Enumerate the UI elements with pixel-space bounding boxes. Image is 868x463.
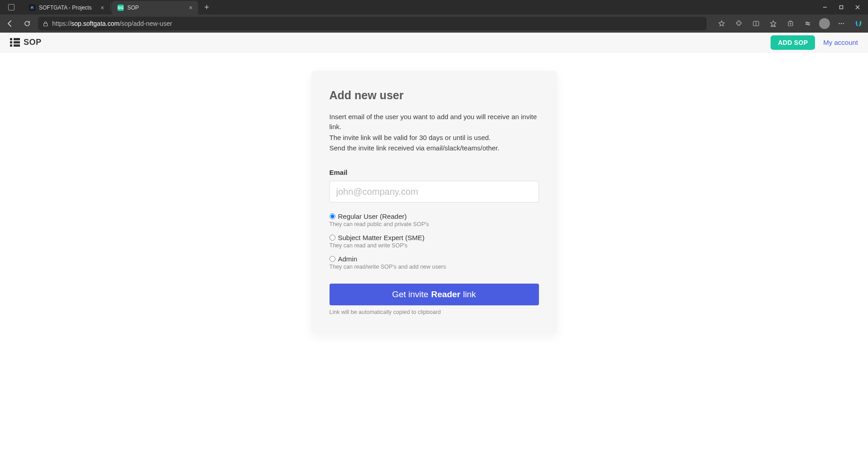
brand-text: SOP — [24, 38, 42, 47]
role-label[interactable]: Admin — [330, 255, 539, 263]
card-title: Add new user — [330, 89, 539, 102]
my-account-link[interactable]: My account — [823, 39, 858, 46]
tab-title: SOFTGATA - Projects — [39, 5, 97, 11]
role-label[interactable]: Subject Matter Expert (SME) — [330, 234, 539, 241]
copilot-icon[interactable] — [853, 18, 864, 29]
role-option: Subject Matter Expert (SME)They can read… — [330, 234, 539, 249]
svg-point-13 — [808, 24, 809, 25]
collections-icon[interactable] — [785, 18, 796, 29]
extension-icon[interactable] — [733, 18, 745, 29]
list-icon — [10, 38, 19, 47]
role-label[interactable]: Regular User (Reader) — [330, 212, 539, 220]
back-button[interactable] — [4, 17, 16, 30]
tab-actions-icon[interactable] — [5, 1, 17, 13]
role-label-text: Subject Matter Expert (SME) — [338, 234, 425, 241]
role-label-text: Admin — [338, 255, 358, 263]
get-invite-link-button[interactable]: Get invite Reader link — [330, 284, 539, 305]
role-radio[interactable] — [330, 235, 335, 241]
clipboard-hint: Link will be automatically copied to cli… — [330, 309, 539, 315]
refresh-button[interactable] — [21, 17, 34, 30]
svg-rect-1 — [840, 6, 843, 9]
browser-tab[interactable]: SGSOP× — [112, 1, 198, 14]
email-label: Email — [330, 169, 539, 176]
favorite-icon[interactable] — [716, 18, 727, 29]
role-hint: They can read/write SOP's and add new us… — [330, 264, 539, 270]
card-desc-2: The invite link will be valid for 30 day… — [330, 133, 539, 143]
close-window-button[interactable] — [850, 1, 865, 14]
role-radio[interactable] — [330, 213, 335, 219]
role-option: AdminThey can read/write SOP's and add n… — [330, 255, 539, 270]
tab-favicon: SG — [117, 5, 124, 11]
app-header: SOP ADD SOP My account — [0, 33, 868, 53]
tab-favicon: R — [29, 5, 35, 11]
svg-point-14 — [839, 23, 839, 24]
svg-point-12 — [806, 22, 807, 23]
svg-point-16 — [843, 23, 844, 24]
new-tab-button[interactable]: + — [201, 1, 213, 13]
add-user-card: Add new user Insert email of the user yo… — [311, 71, 557, 333]
card-desc-3: Send the invite link received via email/… — [330, 143, 539, 153]
window-controls — [817, 1, 865, 14]
profile-avatar[interactable] — [819, 18, 830, 29]
close-tab-icon[interactable]: × — [101, 4, 104, 11]
page-content: SOP ADD SOP My account Add new user Inse… — [0, 33, 868, 463]
browser-toolbar: https://sop.softgata.com/sop/add-new-use… — [0, 14, 868, 33]
role-hint: They can read and write SOP's — [330, 242, 539, 249]
email-field[interactable] — [330, 181, 539, 203]
tab-title: SOP — [127, 5, 185, 11]
browser-tools-icon[interactable] — [802, 18, 814, 29]
more-icon[interactable] — [835, 18, 847, 29]
favorites-list-icon[interactable] — [767, 18, 779, 29]
card-desc-1: Insert email of the user you want to add… — [330, 112, 539, 132]
role-label-text: Regular User (Reader) — [338, 212, 407, 220]
minimize-button[interactable] — [817, 1, 833, 14]
browser-titlebar: RSOFTGATA - Projects×SGSOP× + — [0, 0, 868, 14]
add-sop-button[interactable]: ADD SOP — [771, 35, 815, 50]
address-bar[interactable]: https://sop.softgata.com/sop/add-new-use… — [38, 17, 707, 30]
role-hint: They can read public and private SOP's — [330, 221, 539, 227]
lock-icon — [43, 21, 48, 27]
svg-point-15 — [841, 23, 842, 24]
svg-rect-4 — [44, 23, 48, 26]
role-radio[interactable] — [330, 256, 335, 262]
roles-group: Regular User (Reader)They can read publi… — [330, 212, 539, 270]
tabs: RSOFTGATA - Projects×SGSOP× — [24, 0, 198, 14]
browser-chrome: RSOFTGATA - Projects×SGSOP× + http — [0, 0, 868, 33]
url-text: https://sop.softgata.com/sop/add-new-use… — [52, 20, 172, 27]
maximize-button[interactable] — [834, 1, 849, 14]
brand[interactable]: SOP — [10, 38, 42, 47]
browser-tab[interactable]: RSOFTGATA - Projects× — [24, 1, 110, 14]
split-screen-icon[interactable] — [750, 18, 762, 29]
close-tab-icon[interactable]: × — [189, 4, 193, 11]
role-option: Regular User (Reader)They can read publi… — [330, 212, 539, 227]
